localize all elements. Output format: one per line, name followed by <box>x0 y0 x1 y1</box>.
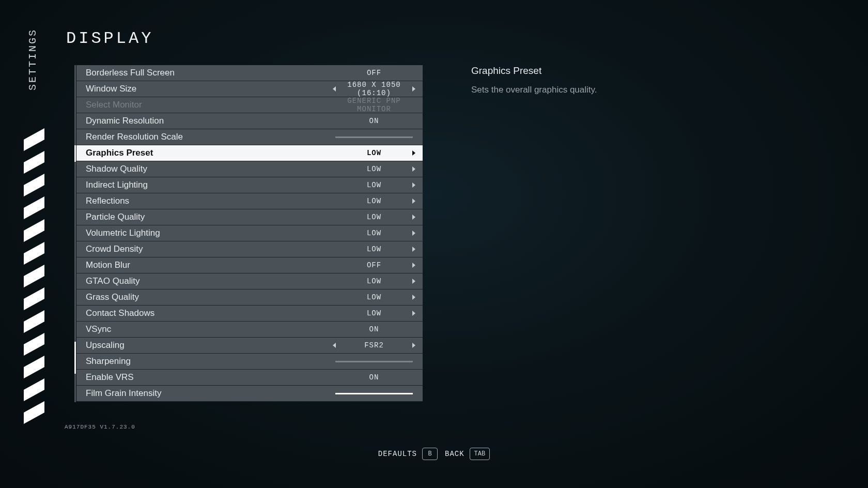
defaults-prompt[interactable]: DEFAULTS B <box>378 448 438 460</box>
chevron-right-icon[interactable] <box>412 231 415 236</box>
setting-value-area: LOW <box>333 149 415 157</box>
settings-list: Borderless Full ScreenOFFWindow Size1680… <box>76 65 423 402</box>
setting-value: ON <box>369 325 379 333</box>
setting-label: Crowd Density <box>86 244 333 254</box>
setting-row[interactable]: ReflectionsLOW <box>76 193 423 209</box>
chevron-right-icon[interactable] <box>412 311 415 316</box>
setting-row[interactable]: Window Size1680 X 1050 (16:10) <box>76 81 423 97</box>
description-panel: Graphics Preset Sets the overall graphic… <box>471 65 750 96</box>
chevron-right-icon[interactable] <box>412 86 415 91</box>
setting-row[interactable]: Enable VRSON <box>76 370 423 386</box>
slider-fill <box>335 393 413 394</box>
chevron-right-icon[interactable] <box>412 150 415 156</box>
setting-value-area: LOW <box>333 165 415 173</box>
setting-row[interactable]: Contact ShadowsLOW <box>76 306 423 322</box>
setting-label: Motion Blur <box>86 260 333 270</box>
setting-value-area <box>333 393 415 394</box>
setting-value: LOW <box>367 149 381 157</box>
setting-row[interactable]: GTAO QualityLOW <box>76 273 423 289</box>
svg-marker-2 <box>24 128 44 428</box>
vertical-settings-label: SETTINGS <box>27 28 39 90</box>
setting-value-area: LOW <box>333 197 415 205</box>
setting-value-area: OFF <box>333 261 415 269</box>
setting-slider[interactable] <box>335 136 413 138</box>
description-title: Graphics Preset <box>471 65 750 77</box>
back-keyhint: TAB <box>470 448 490 460</box>
chevron-right-icon[interactable] <box>412 215 415 220</box>
setting-value-area: 1680 X 1050 (16:10) <box>333 81 415 97</box>
setting-row[interactable]: Grass QualityLOW <box>76 289 423 306</box>
setting-label: Grass Quality <box>86 292 333 302</box>
setting-row[interactable]: Shadow QualityLOW <box>76 161 423 177</box>
setting-value-area: LOW <box>333 309 415 317</box>
setting-value: ON <box>369 373 379 382</box>
setting-row[interactable]: Dynamic ResolutionON <box>76 113 423 129</box>
setting-row[interactable]: Render Resolution Scale <box>76 129 423 145</box>
setting-value-area: OFF <box>333 69 415 77</box>
setting-value: ON <box>369 117 379 125</box>
setting-value: LOW <box>367 213 381 221</box>
setting-row[interactable]: Motion BlurOFF <box>76 257 423 273</box>
setting-label: Film Grain Intensity <box>86 388 333 399</box>
setting-label: Window Size <box>86 84 333 94</box>
setting-slider[interactable] <box>335 361 413 362</box>
setting-value: LOW <box>367 229 381 237</box>
back-prompt[interactable]: BACK TAB <box>445 448 490 460</box>
setting-value-area: ON <box>333 325 415 333</box>
defaults-keyhint: B <box>422 448 438 460</box>
description-text: Sets the overall graphics quality. <box>471 84 750 96</box>
setting-row[interactable]: Borderless Full ScreenOFF <box>76 65 423 81</box>
setting-row[interactable]: Particle QualityLOW <box>76 209 423 225</box>
chevron-right-icon[interactable] <box>412 182 415 188</box>
setting-label: Enable VRS <box>86 372 333 383</box>
setting-label: Upscaling <box>86 340 333 350</box>
setting-value: LOW <box>367 197 381 205</box>
setting-value: LOW <box>367 277 381 285</box>
setting-value-area: LOW <box>333 181 415 189</box>
chevron-right-icon[interactable] <box>412 279 415 284</box>
setting-label: Reflections <box>86 196 333 206</box>
setting-value-area: LOW <box>333 293 415 301</box>
setting-row[interactable]: VSyncON <box>76 322 423 338</box>
setting-slider[interactable] <box>335 393 413 394</box>
chevron-left-icon[interactable] <box>333 343 336 348</box>
setting-value: OFF <box>367 261 381 269</box>
setting-label: Sharpening <box>86 356 333 367</box>
chevron-right-icon[interactable] <box>412 263 415 268</box>
setting-label: Borderless Full Screen <box>86 68 333 78</box>
setting-row: Select MonitorGENERIC PNP MONITOR <box>76 97 423 113</box>
setting-label: Contact Shadows <box>86 308 333 318</box>
setting-row[interactable]: Film Grain Intensity <box>76 386 423 402</box>
setting-value-area: FSR2 <box>333 341 415 349</box>
setting-row[interactable]: Sharpening <box>76 354 423 370</box>
setting-value: LOW <box>367 165 381 173</box>
chevron-right-icon[interactable] <box>412 199 415 204</box>
chevron-right-icon[interactable] <box>412 166 415 172</box>
setting-value: LOW <box>367 245 381 253</box>
defaults-label: DEFAULTS <box>378 450 417 458</box>
chevron-right-icon[interactable] <box>412 343 415 348</box>
setting-value: LOW <box>367 309 381 317</box>
page-title: DISPLAY <box>66 29 153 48</box>
chevron-right-icon[interactable] <box>412 295 415 300</box>
setting-value-area: LOW <box>333 213 415 221</box>
chevron-right-icon[interactable] <box>412 247 415 252</box>
setting-label: Indirect Lighting <box>86 180 333 190</box>
build-version: A917DF35 V1.7.23.0 <box>65 424 135 430</box>
setting-value-area: ON <box>333 373 415 382</box>
setting-row[interactable]: Indirect LightingLOW <box>76 177 423 193</box>
setting-label: Shadow Quality <box>86 164 333 174</box>
scroll-indicator-track <box>74 65 76 402</box>
setting-value: LOW <box>367 181 381 189</box>
setting-value-area: LOW <box>333 277 415 285</box>
setting-value-area <box>333 361 415 362</box>
setting-label: Render Resolution Scale <box>86 132 333 142</box>
setting-value-area: ON <box>333 117 415 125</box>
setting-row[interactable]: Volumetric LightingLOW <box>76 225 423 241</box>
settings-screen: SETTINGS DISPLAY Borderless Full ScreenO… <box>0 0 868 488</box>
setting-row[interactable]: Crowd DensityLOW <box>76 241 423 257</box>
setting-label: VSync <box>86 324 333 334</box>
chevron-left-icon[interactable] <box>333 86 336 91</box>
setting-row[interactable]: Graphics PresetLOW <box>76 145 423 161</box>
setting-row[interactable]: UpscalingFSR2 <box>76 338 423 354</box>
